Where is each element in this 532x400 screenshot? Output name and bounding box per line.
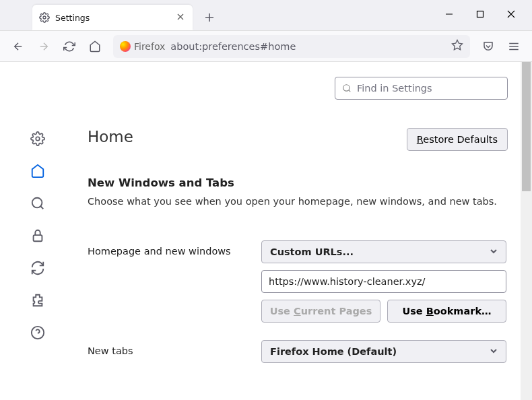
dropdown-value: Custom URLs... <box>270 246 354 257</box>
close-window-button[interactable] <box>496 3 527 25</box>
pocket-button[interactable] <box>477 35 500 58</box>
window-controls <box>434 3 527 25</box>
settings-sidebar <box>0 62 75 400</box>
svg-rect-1 <box>477 11 484 18</box>
homepage-label: Homepage and new windows <box>88 240 261 257</box>
sidebar-item-extensions[interactable] <box>30 292 46 308</box>
tab-settings[interactable]: Settings <box>32 5 193 30</box>
restore-defaults-button[interactable]: Restore Defaults <box>407 128 508 151</box>
app-menu-button[interactable] <box>502 35 525 58</box>
search-input[interactable]: Find in Settings <box>335 77 508 100</box>
dropdown-value: Firefox Home (Default) <box>270 346 397 357</box>
bookmark-star-icon[interactable] <box>451 39 463 53</box>
chevron-down-icon <box>490 246 498 257</box>
newtabs-label: New tabs <box>88 340 261 356</box>
section-title: New Windows and Tabs <box>88 176 512 189</box>
minimize-button[interactable] <box>434 3 465 25</box>
tab-bar: Settings <box>0 0 532 31</box>
svg-point-7 <box>343 85 350 91</box>
gear-icon <box>39 12 50 23</box>
url-text: about:preferences#home <box>170 41 296 52</box>
svg-marker-2 <box>453 40 463 50</box>
chevron-down-icon <box>490 346 498 357</box>
sidebar-item-general[interactable] <box>30 131 46 147</box>
svg-rect-5 <box>34 235 42 241</box>
newtabs-dropdown[interactable]: Firefox Home (Default) <box>261 340 506 363</box>
firefox-icon <box>120 41 131 52</box>
sidebar-item-home[interactable] <box>30 163 46 179</box>
use-current-pages-button[interactable]: Use Current Pages <box>261 300 380 323</box>
scrollbar-thumb[interactable] <box>522 62 531 191</box>
search-icon <box>342 84 352 93</box>
sidebar-item-privacy[interactable] <box>30 228 46 244</box>
svg-point-3 <box>36 137 40 141</box>
homepage-url-input[interactable]: https://www.history-cleaner.xyz/ <box>261 270 506 293</box>
search-placeholder: Find in Settings <box>357 83 432 94</box>
svg-point-4 <box>32 198 42 208</box>
svg-point-0 <box>43 16 46 19</box>
new-tab-button[interactable] <box>199 7 220 28</box>
reload-button[interactable] <box>58 35 81 58</box>
sidebar-item-help[interactable] <box>30 325 46 341</box>
close-icon[interactable] <box>175 11 186 24</box>
main-content: Find in Settings Home Restore Defaults N… <box>75 62 532 400</box>
tab-title: Settings <box>55 13 90 23</box>
back-button[interactable] <box>7 35 30 58</box>
nav-toolbar: Firefox about:preferences#home <box>0 31 532 62</box>
forward-button[interactable] <box>32 35 55 58</box>
section-description: Choose what you see when you open your h… <box>88 195 512 208</box>
maximize-button[interactable] <box>465 3 496 25</box>
homepage-mode-dropdown[interactable]: Custom URLs... <box>261 240 506 263</box>
identity-box[interactable]: Firefox <box>120 41 165 52</box>
url-bar[interactable]: Firefox about:preferences#home <box>113 35 470 58</box>
home-button[interactable] <box>84 35 106 58</box>
use-bookmark-button[interactable]: Use Bookmark… <box>387 300 506 323</box>
sidebar-item-search[interactable] <box>30 195 46 211</box>
identity-label: Firefox <box>134 41 165 52</box>
sidebar-item-sync[interactable] <box>30 260 46 276</box>
scrollbar[interactable] <box>521 62 532 400</box>
